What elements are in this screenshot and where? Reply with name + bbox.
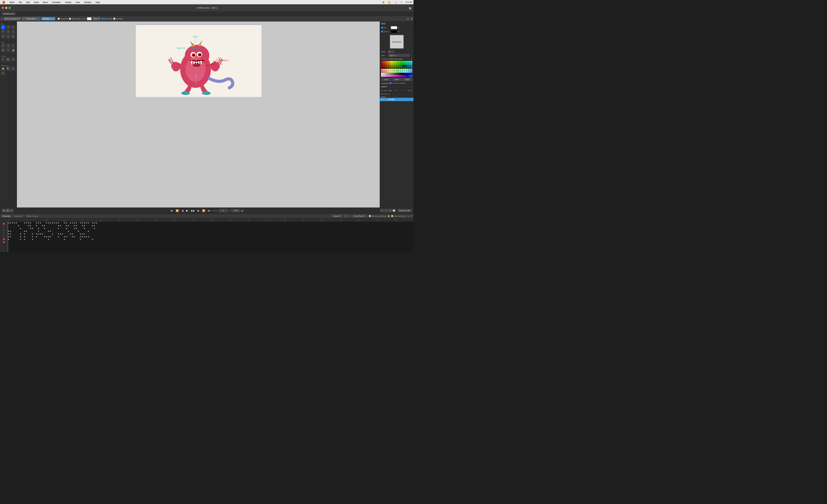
duplicate-layer-button[interactable]: ⧉ xyxy=(384,89,386,92)
keyframe-dot[interactable] xyxy=(36,223,37,224)
color-swatch[interactable] xyxy=(385,71,387,73)
color-swatch[interactable] xyxy=(395,69,397,71)
color-swatch[interactable] xyxy=(399,71,401,73)
eyedropper-tool[interactable]: 💧 xyxy=(11,48,15,53)
q2-button[interactable]: ▫ xyxy=(384,209,388,212)
color-swatch[interactable] xyxy=(404,71,406,73)
color-swatch[interactable] xyxy=(403,65,404,67)
close-button[interactable] xyxy=(2,7,4,9)
keyframe-dot[interactable] xyxy=(32,236,33,237)
keyframe-dot[interactable] xyxy=(8,234,9,235)
layer-up-button[interactable]: ≡ xyxy=(395,89,397,92)
step-forward-button[interactable]: ▶ xyxy=(197,209,200,213)
sound-button[interactable]: 🔊 xyxy=(241,209,244,212)
color-swatch[interactable] xyxy=(383,69,385,71)
keyframe-dot[interactable] xyxy=(46,223,47,224)
color-swatch[interactable] xyxy=(397,71,399,73)
checker-checkbox[interactable] xyxy=(390,82,391,84)
camera-roll-tool[interactable]: 🎥 xyxy=(11,57,15,62)
color-swatch[interactable] xyxy=(383,73,385,75)
keyframe-dot[interactable] xyxy=(80,236,81,237)
keyframe-dot[interactable] xyxy=(68,231,69,232)
fit-view-button[interactable]: ⊞ xyxy=(2,209,5,212)
color-swatch[interactable] xyxy=(391,67,393,69)
keyframe-dot[interactable] xyxy=(24,231,25,232)
color-swatch[interactable] xyxy=(410,61,412,63)
expand-icon[interactable]: ▶ xyxy=(381,99,383,100)
keyframe-dot[interactable] xyxy=(58,228,59,229)
keyframe-dot[interactable] xyxy=(70,234,71,235)
keyframe-dot[interactable] xyxy=(66,225,67,227)
keyframe-dot[interactable] xyxy=(44,225,45,227)
keyframe-dot[interactable] xyxy=(76,223,77,224)
color-swatch[interactable] xyxy=(385,67,387,69)
copy-button[interactable]: Copy xyxy=(381,78,391,81)
keyframe-dot[interactable] xyxy=(88,231,89,232)
keyframe-dot[interactable] xyxy=(48,223,49,224)
color-swatch[interactable] xyxy=(403,67,404,69)
wifi-icon[interactable]: 📶 xyxy=(388,1,391,3)
tl-side-icon-1[interactable]: 🔴 xyxy=(0,222,7,225)
zoom-tool[interactable]: 🔍 xyxy=(6,67,10,71)
color-swatch[interactable] xyxy=(387,67,389,69)
keyframe-dot[interactable] xyxy=(84,228,85,229)
color-swatch[interactable] xyxy=(397,73,399,75)
apple-menu[interactable]: 🍎 xyxy=(1,0,6,4)
effect-dropdown[interactable]: <plain> ▼ xyxy=(388,54,410,57)
keyframe-dot[interactable] xyxy=(38,234,39,235)
color-swatch[interactable] xyxy=(385,65,387,67)
keyframe-dot[interactable] xyxy=(24,223,25,224)
filter-chevron[interactable]: ▼ xyxy=(388,93,390,95)
menu-animation[interactable]: Animation xyxy=(51,1,62,4)
color-swatch[interactable] xyxy=(383,61,385,63)
select-bone-input[interactable]: Select Bone xyxy=(22,17,41,20)
search-icon[interactable]: 🔍 xyxy=(394,1,397,3)
scale-layer-tool[interactable]: ⤡ xyxy=(11,44,15,48)
width-input[interactable]: 4 xyxy=(388,50,394,53)
keyframe-dot[interactable] xyxy=(58,225,59,227)
tl-side-icon-4[interactable]: ● xyxy=(0,231,7,234)
keyframe-dot[interactable] xyxy=(48,231,49,232)
headturn-input[interactable]: Headturn xyxy=(42,17,55,20)
more-layer-button[interactable]: ··· xyxy=(392,89,394,92)
select-bone-tool[interactable]: ⬡ xyxy=(1,25,5,30)
color-swatch[interactable] xyxy=(391,61,393,63)
total-frames-input[interactable]: 124 xyxy=(231,209,240,212)
stroke-edit-button[interactable]: ✏ xyxy=(398,31,400,33)
color-swatch[interactable] xyxy=(389,69,391,71)
color-swatch[interactable] xyxy=(387,73,389,75)
color-swatch[interactable] xyxy=(406,65,408,67)
autofreeze-checkbox[interactable]: Auto-freeze keys xyxy=(391,215,406,217)
keyframe-dot[interactable] xyxy=(40,234,41,235)
tl-side-icon-3[interactable]: ● xyxy=(0,228,7,231)
play-button[interactable]: ▶ xyxy=(185,209,189,213)
keyframe-dot[interactable] xyxy=(20,239,21,240)
keyframe-dot[interactable] xyxy=(20,234,21,235)
color-swatch[interactable] xyxy=(403,63,404,65)
keyframe-dot[interactable] xyxy=(74,225,75,227)
keyframe-dot[interactable] xyxy=(84,236,85,237)
color-swatch[interactable] xyxy=(397,69,399,71)
camera-pan-tool[interactable]: ⊹ xyxy=(1,57,5,62)
color-swatch[interactable] xyxy=(408,67,410,69)
down-arrow-icon[interactable]: ▼ xyxy=(410,215,412,217)
color-swatch[interactable] xyxy=(408,71,410,73)
color-swatch[interactable] xyxy=(397,65,399,67)
keyframe-dot[interactable] xyxy=(10,223,11,224)
keyframe-dot[interactable] xyxy=(96,223,97,224)
timeline-icon[interactable]: ⊟ xyxy=(411,17,413,20)
color-swatch[interactable] xyxy=(395,73,397,75)
link-button[interactable]: ⟳ xyxy=(410,89,412,92)
lasso-mode-checkbox[interactable]: Lasso mode xyxy=(69,18,81,20)
keyframe-dot[interactable] xyxy=(94,223,95,224)
color-swatch[interactable] xyxy=(383,67,385,69)
color-swatch[interactable] xyxy=(387,75,389,77)
color-swatch[interactable] xyxy=(395,65,397,67)
onion-skins-dropdown[interactable]: Onion Skins ▼ xyxy=(352,215,367,217)
keyframe-dot[interactable] xyxy=(36,225,37,227)
menu-scripts[interactable]: Scripts xyxy=(64,1,72,4)
keyframe-dot[interactable] xyxy=(58,234,59,235)
keyframe-dot[interactable] xyxy=(80,239,81,240)
keyframe-dot[interactable] xyxy=(80,223,81,224)
color-swatch[interactable] xyxy=(403,73,404,75)
